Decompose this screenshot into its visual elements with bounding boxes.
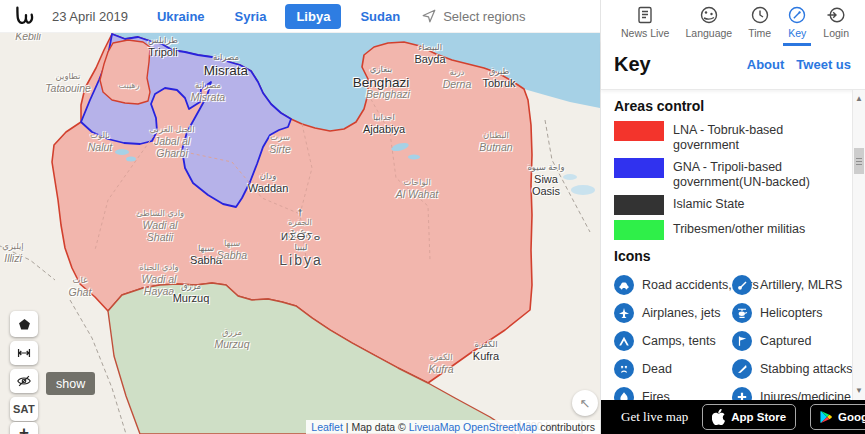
area-legend-row: Tribesmen/other militias xyxy=(614,220,852,240)
icon-label: Airplanes, jets xyxy=(642,306,721,320)
nav-label: Time xyxy=(748,27,771,39)
icon-legend-row: Fires xyxy=(614,383,732,400)
icon-legend-row: Captured xyxy=(732,327,852,355)
area-label: Islamic State xyxy=(673,195,841,212)
region-tab-sudan[interactable]: Sudan xyxy=(349,4,411,29)
fire-icon xyxy=(614,387,634,400)
google-play-button[interactable]: Google Play xyxy=(810,404,865,430)
region-tab-libya[interactable]: Libya xyxy=(285,4,341,29)
liveuamap-app: KebiliطرابلسTripoliمصراتةMisrataمصراتةMi… xyxy=(0,0,865,434)
area-color-swatch xyxy=(614,121,664,141)
car-icon xyxy=(614,275,634,295)
compass-icon xyxy=(787,5,807,25)
medic-icon xyxy=(732,387,752,400)
nav-label: News Live xyxy=(621,27,669,39)
icon-label: Helicopters xyxy=(760,306,823,320)
app-store-label: App Store xyxy=(731,411,786,423)
icons-heading: Icons xyxy=(614,248,852,264)
nav-key[interactable]: Key xyxy=(787,5,807,43)
pentagon-icon xyxy=(17,317,32,332)
draw-polygon-button[interactable] xyxy=(10,311,38,337)
key-panel: News LiveLanguageTimeKeyLogin Key About … xyxy=(600,0,865,434)
about-link[interactable]: About xyxy=(747,57,785,72)
satellite-view-button[interactable]: SAT xyxy=(10,397,38,421)
icon-label: Stabbing attacks xyxy=(760,362,852,376)
key-panel-header: Key About Tweet us xyxy=(601,40,865,90)
areas-control-heading: Areas control xyxy=(614,98,852,114)
nav-time[interactable]: Time xyxy=(748,5,771,43)
region-tab-syria[interactable]: Syria xyxy=(224,4,278,29)
nav-label: Login xyxy=(823,27,849,39)
collapse-panel-button[interactable]: ↖ xyxy=(572,390,598,416)
login-icon xyxy=(826,5,846,25)
icon-legend-row: Camps, tents xyxy=(614,327,732,355)
app-promo-bar: Get live map App Store Google Play xyxy=(601,400,865,434)
attribution-contributors: contributors xyxy=(537,421,595,433)
topbar: 23 April 2019 UkraineSyriaLibyaSudan Sel… xyxy=(0,0,600,33)
icon-label: Artillery, MLRS xyxy=(760,278,842,292)
liveuamap-link[interactable]: LiveuaMap xyxy=(409,421,460,433)
area-legend-row: Islamic State xyxy=(614,195,852,215)
globe-icon xyxy=(699,5,719,25)
nav-login[interactable]: Login xyxy=(823,5,849,43)
select-regions-button[interactable]: Select regions xyxy=(421,8,525,24)
area-color-swatch xyxy=(614,158,664,178)
dead-icon xyxy=(614,359,634,379)
select-regions-label: Select regions xyxy=(443,9,525,24)
area-label: LNA - Tobruk-based government xyxy=(673,121,841,153)
osm-link[interactable]: OpenStreetMap xyxy=(463,421,537,433)
icon-legend-row: Helicopters xyxy=(732,299,852,327)
measure-distance-button[interactable] xyxy=(10,341,38,365)
region-tab-ukraine[interactable]: Ukraine xyxy=(146,4,216,29)
show-layers-tag[interactable]: show xyxy=(46,372,95,395)
clock-icon xyxy=(750,5,770,25)
plane-icon xyxy=(614,303,634,323)
icon-legend-row: Artillery, MLRS xyxy=(732,271,852,299)
nav-language[interactable]: Language xyxy=(685,5,732,43)
scroll-down-icon[interactable]: ▼ xyxy=(853,384,865,398)
area-legend-row: LNA - Tobruk-based government xyxy=(614,121,852,153)
artillery-icon xyxy=(732,275,752,295)
panel-scrollbar[interactable]: ▲ ▼ xyxy=(852,90,865,400)
tent-icon xyxy=(614,331,634,351)
arrow-up-left-icon: ↖ xyxy=(580,396,591,411)
icon-label: Injures/medicine xyxy=(760,390,851,400)
date-label: 23 April 2019 xyxy=(52,9,128,24)
helicopter-icon xyxy=(732,303,752,323)
panel-nav: News LiveLanguageTimeKeyLogin xyxy=(601,0,865,40)
nav-news-live[interactable]: News Live xyxy=(621,5,669,43)
area-legend-row: GNA - Tripoli-based government(UN-backed… xyxy=(614,158,852,190)
icon-label: Camps, tents xyxy=(642,334,716,348)
area-label: GNA - Tripoli-based government(UN-backed… xyxy=(673,158,841,190)
icon-legend-row: Stabbing attacks xyxy=(732,355,852,383)
scroll-up-icon[interactable]: ▲ xyxy=(853,92,865,106)
news-icon xyxy=(635,5,655,25)
measure-icon xyxy=(16,346,32,360)
icon-label: Fires xyxy=(642,390,670,400)
icon-legend-row: Road accidents, cars xyxy=(614,271,732,299)
knife-icon xyxy=(732,359,752,379)
key-panel-body: Areas control LNA - Tobruk-based governm… xyxy=(601,90,852,400)
tweet-us-link[interactable]: Tweet us xyxy=(796,57,851,72)
flag-icon xyxy=(732,331,752,351)
google-play-label: Google Play xyxy=(838,411,865,423)
map[interactable]: KebiliطرابلسTripoliمصراتةMisrataمصراتةMi… xyxy=(0,33,600,434)
area-color-swatch xyxy=(614,195,664,215)
app-store-button[interactable]: App Store xyxy=(702,404,796,430)
area-color-swatch xyxy=(614,220,664,240)
get-live-map-label: Get live map xyxy=(621,409,688,425)
icon-label: Dead xyxy=(642,362,672,376)
zoom-in-button[interactable]: + xyxy=(10,422,38,434)
liveuamap-logo-icon[interactable] xyxy=(12,5,36,27)
leaflet-link[interactable]: Leaflet xyxy=(311,421,343,433)
scroll-thumb[interactable] xyxy=(854,148,864,174)
area-label: Tribesmen/other militias xyxy=(673,220,841,237)
areas-legend: LNA - Tobruk-based governmentGNA - Tripo… xyxy=(614,121,852,240)
icons-legend: Road accidents, carsArtillery, MLRSAirpl… xyxy=(614,271,852,400)
icon-label: Captured xyxy=(760,334,811,348)
nav-label: Key xyxy=(788,27,806,39)
key-panel-title: Key xyxy=(614,53,651,76)
icon-legend-row: Injures/medicine xyxy=(732,383,852,400)
toggle-layers-button[interactable] xyxy=(10,369,38,393)
nav-label: Language xyxy=(685,27,732,39)
